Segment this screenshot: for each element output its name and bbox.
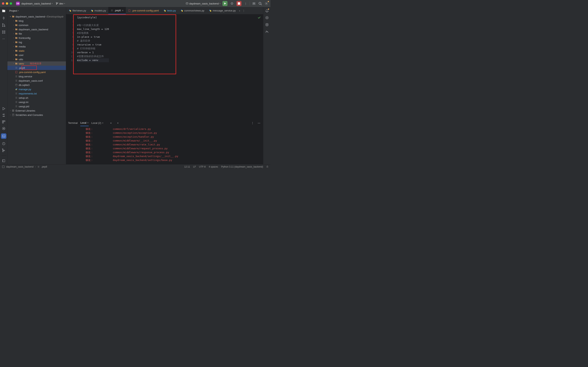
tree-file[interactable]: manage.py (7, 87, 66, 91)
indent-setting[interactable]: 4 spaces (209, 166, 218, 168)
code-area[interactable]: [pycodestyle]#每一行的最大长度max_line_length = … (76, 14, 109, 120)
code-line[interactable]: max_line_length = 120 (77, 27, 109, 31)
notifications-icon[interactable] (265, 9, 269, 12)
file-encoding[interactable]: UTF-8 (199, 166, 206, 168)
tree-file[interactable]: requirements.txt (7, 91, 66, 96)
terminal-tool-icon[interactable] (1, 133, 6, 139)
expand-arrow-icon[interactable]: › (9, 110, 12, 112)
git-branch-selector[interactable]: dev ▾ (56, 2, 65, 5)
expand-arrow-icon[interactable]: › (12, 63, 15, 65)
close-window[interactable] (2, 2, 4, 5)
python-interpreter[interactable]: Python 3.11 (daydream_oasis_backend) (221, 166, 263, 168)
run-tool-icon[interactable] (2, 107, 5, 110)
more-tools-icon[interactable]: ⋯ (2, 37, 5, 40)
toolwindow-square-icon[interactable] (2, 159, 5, 162)
tree-folder[interactable]: ›media (7, 44, 66, 49)
debug-button[interactable] (229, 1, 235, 6)
expand-arrow-icon[interactable]: ▾ (9, 16, 12, 17)
expand-arrow-icon[interactable]: › (12, 45, 15, 47)
code-line[interactable]: [pycodestyle] (77, 16, 109, 19)
line-separator[interactable]: LF (193, 166, 196, 168)
run-button[interactable] (222, 1, 227, 6)
structure-tool-icon[interactable] (2, 30, 5, 34)
tree-file[interactable]: uwsgi.pid (7, 104, 66, 108)
tree-file[interactable]: setup.sh (7, 96, 66, 100)
tree-folder[interactable]: ›log (7, 40, 66, 44)
close-tab-icon[interactable]: × (122, 9, 124, 12)
expand-arrow-icon[interactable]: › (12, 50, 15, 52)
expand-arrow-icon[interactable]: › (12, 20, 15, 22)
tree-root[interactable]: ▾daydream_oasis_backend ~/Desktop/daydr (7, 14, 66, 19)
add-terminal-button[interactable]: ＋ (109, 121, 113, 125)
endpoints-tool-icon[interactable] (265, 30, 269, 33)
breadcrumb-file[interactable]: .pep8 (41, 166, 47, 168)
tree-extra[interactable]: ›External Libraries (7, 108, 66, 113)
more-actions-button[interactable]: ⋮ (244, 1, 248, 6)
tab-options-icon[interactable]: ⋮ (241, 9, 246, 12)
code-line[interactable]: verbose = 1 (77, 50, 109, 54)
close-tab-icon[interactable]: × (87, 121, 89, 124)
expand-arrow-icon[interactable]: › (12, 37, 15, 39)
sidebar-header[interactable]: Project ▾ (7, 7, 66, 14)
expand-arrow-icon[interactable]: › (9, 114, 12, 116)
expand-arrow-icon[interactable]: › (12, 28, 15, 30)
problems-tool-icon[interactable] (2, 142, 5, 145)
tree-folder[interactable]: ›file (7, 32, 66, 36)
breadcrumb-root[interactable]: daydream_oasis_backend (6, 166, 34, 168)
code-line[interactable]: in-place = true (77, 35, 109, 39)
python-console-icon[interactable] (2, 114, 5, 117)
terminal-tab[interactable]: Local × (80, 120, 89, 126)
ai-assistant-icon[interactable] (265, 16, 269, 19)
editor-tab[interactable]: common/views.py (178, 7, 207, 14)
toolwindow-square-icon[interactable] (2, 166, 5, 168)
tree-file[interactable]: blog.service (7, 74, 66, 79)
code-line[interactable]: recursive = true (77, 43, 109, 47)
search-icon[interactable] (258, 1, 262, 6)
terminal-body[interactable]: 修改：common/drf/serializers.py修改：common/ex… (66, 126, 263, 164)
expand-arrow-icon[interactable]: › (12, 41, 15, 43)
tree-file[interactable]: daydream_oasis.conf (7, 79, 66, 83)
expand-arrow-icon[interactable]: › (12, 54, 15, 56)
debug-tool-icon[interactable] (2, 127, 5, 130)
tree-folder[interactable]: ›frontconfig (7, 36, 66, 40)
settings-icon[interactable] (264, 1, 269, 6)
commit-tool-icon[interactable] (2, 16, 5, 20)
project-tree[interactable]: ▾daydream_oasis_backend ~/Desktop/daydr›… (7, 14, 66, 164)
terminal-tab[interactable]: Local (2) × (91, 122, 103, 125)
database-tool-icon[interactable] (265, 23, 269, 26)
tree-file[interactable]: uwsgi.ini (7, 100, 66, 104)
stop-button[interactable] (236, 1, 242, 6)
tree-folder[interactable]: ›user (7, 53, 66, 57)
expand-arrow-icon[interactable]: › (12, 24, 15, 26)
caret-position[interactable]: 12:11 (184, 166, 190, 168)
close-tab-icon[interactable]: × (102, 122, 103, 125)
code-line[interactable]: # 打印详细详细 (77, 47, 109, 50)
code-line[interactable] (77, 19, 109, 23)
tree-folder[interactable]: ›utils (7, 57, 66, 61)
expand-arrow-icon[interactable]: › (12, 58, 15, 60)
vcs-tool-icon[interactable] (2, 149, 5, 152)
code-line[interactable]: exclude = venv (77, 58, 109, 62)
terminal-dropdown-icon[interactable]: ▾ (116, 121, 120, 125)
expand-arrow-icon[interactable]: › (12, 33, 15, 35)
code-line[interactable]: #需要排除的目录或文件 (77, 54, 109, 58)
tree-folder[interactable]: ›daydream_oasis_backend (7, 27, 66, 32)
tree-extra[interactable]: ›Scratches and Consoles (7, 113, 66, 117)
code-line[interactable]: #原地替换 (77, 31, 109, 35)
tree-file[interactable]: .pep8 (7, 66, 66, 70)
tree-folder[interactable]: ›common (7, 23, 66, 27)
tab-overflow-dropdown[interactable]: ▾ (238, 9, 241, 12)
tree-file[interactable]: db.sqlite3 (7, 83, 66, 87)
inspection-ok-icon[interactable] (258, 16, 261, 19)
editor-tab[interactable]: file/views.py (67, 7, 88, 14)
project-tool-icon[interactable] (2, 9, 6, 13)
pull-requests-icon[interactable] (2, 23, 5, 27)
code-line[interactable]: #每一行的最大长度 (77, 23, 109, 27)
readonly-lock-icon[interactable] (266, 166, 269, 168)
tree-folder[interactable]: ›venv项目根目录 (7, 61, 66, 66)
editor-tab[interactable]: tests.py (161, 7, 178, 14)
editor-tab[interactable]: .pep8× (108, 7, 126, 14)
tree-folder[interactable]: ›blog (7, 19, 66, 23)
maximize-window[interactable] (10, 2, 12, 5)
run-config-selector[interactable]: daydream_oasis_backend ▾ (186, 2, 220, 5)
